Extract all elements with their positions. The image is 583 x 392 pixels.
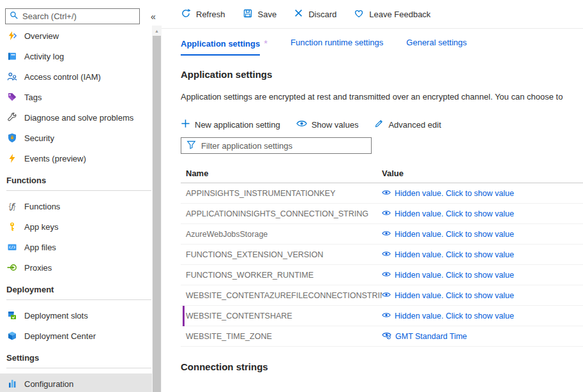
sidebar: « Overview Activity log Access control (… [0, 0, 152, 392]
table-row-modified: WEBSITE_CONTENTSHARE Hidden value. Click… [181, 306, 583, 326]
setting-name: WEBSITE_CONTENTAZUREFILECONNECTIONSTRING [181, 291, 382, 300]
save-button[interactable]: Save [243, 8, 277, 20]
hidden-value-link[interactable]: Hidden value. Click to show value [382, 271, 514, 280]
sidebar-item-label: Security [24, 133, 54, 143]
sidebar-search-box[interactable] [5, 8, 140, 24]
sidebar-item-configuration[interactable]: Configuration [0, 373, 152, 392]
eye-icon [296, 119, 307, 130]
save-label: Save [258, 10, 277, 19]
connection-strings-heading: Connection strings [181, 361, 583, 372]
deployment-slots-icon [6, 310, 17, 320]
sidebar-item-app-keys[interactable]: App keys [0, 216, 152, 237]
sidebar-item-label: Events (preview) [24, 154, 86, 163]
value-column-header: Value [382, 169, 583, 178]
show-values-button[interactable]: Show values [296, 119, 359, 130]
pencil-icon [374, 119, 384, 130]
filter-input[interactable] [201, 141, 366, 151]
cube-icon [6, 331, 17, 341]
leave-feedback-label: Leave Feedback [369, 10, 430, 19]
table-actions: New application setting Show values Adva… [181, 119, 583, 130]
setting-name: WEBSITE_TIME_ZONE [181, 332, 382, 341]
eye-icon [382, 271, 391, 280]
hidden-value-link[interactable]: Hidden value. Click to show value [382, 209, 514, 218]
scrollbar-thumb[interactable] [153, 36, 161, 392]
sidebar-section-functions: Functions [0, 169, 152, 186]
tag-icon [6, 92, 17, 102]
sidebar-item-functions[interactable]: {ƒ} Functions [0, 196, 152, 216]
sidebar-section-deployment: Deployment [0, 278, 152, 296]
sidebar-item-proxies[interactable]: Proxies [0, 257, 152, 278]
sidebar-item-deployment-center[interactable]: Deployment Center [0, 326, 152, 346]
application-settings-table: Name Value APPINSIGHTS_INSTRUMENTATIONKE… [181, 164, 583, 347]
sidebar-item-events[interactable]: Events (preview) [0, 148, 152, 169]
configuration-bars-icon [6, 379, 17, 389]
table-row: FUNCTIONS_WORKER_RUNTIME Hidden value. C… [181, 265, 583, 285]
new-application-setting-label: New application setting [195, 120, 280, 130]
table-row: APPLICATIONINSIGHTS_CONNECTION_STRING Hi… [181, 204, 583, 224]
heart-icon [354, 8, 364, 20]
tab-application-settings[interactable]: Application settings* [181, 38, 268, 56]
shield-icon [6, 133, 17, 143]
table-header: Name Value [181, 164, 583, 183]
hidden-value-link[interactable]: Hidden value. Click to show value [382, 250, 514, 259]
hidden-value-link[interactable]: Hidden value. Click to show value [382, 291, 514, 300]
sidebar-item-label: Proxies [24, 263, 52, 273]
unsaved-changes-marker: * [264, 38, 268, 49]
sidebar-item-activity-log[interactable]: Activity log [0, 46, 152, 66]
sidebar-item-access-control[interactable]: Access control (IAM) [0, 66, 152, 87]
hidden-value-link[interactable]: Hidden value. Click to show value [382, 189, 514, 198]
sidebar-item-overview[interactable]: Overview [0, 26, 152, 46]
show-values-label: Show values [312, 120, 359, 130]
hidden-value-link[interactable]: Hidden value. Click to show value [382, 230, 514, 239]
eye-icon [382, 250, 391, 259]
table-row: FUNCTIONS_EXTENSION_VERSION Hidden value… [181, 245, 583, 265]
setting-name: APPINSIGHTS_INSTRUMENTATIONKEY [181, 189, 382, 198]
sidebar-item-label: Access control (IAM) [24, 72, 101, 82]
search-input[interactable] [22, 11, 135, 21]
sidebar-item-security[interactable]: Security [0, 128, 152, 148]
scrollbar-up-arrow-icon[interactable]: ▲ [152, 26, 162, 36]
tab-general-settings[interactable]: General settings [406, 38, 467, 56]
wrench-icon [6, 112, 17, 123]
collapse-sidebar-button[interactable]: « [146, 9, 161, 24]
advanced-edit-button[interactable]: Advanced edit [374, 119, 441, 130]
overview-icon [6, 31, 17, 41]
sidebar-item-deployment-slots[interactable]: Deployment slots [0, 305, 152, 326]
settings-tabs: Application settings* Function runtime s… [162, 29, 583, 56]
filter-funnel-icon [186, 140, 196, 152]
hidden-value-link[interactable]: Hidden value. Click to show value [382, 312, 514, 320]
eye-icon [382, 291, 391, 300]
refresh-button[interactable]: Refresh [181, 8, 225, 20]
code-file-icon [6, 242, 17, 252]
people-icon [6, 72, 17, 82]
sidebar-item-label: Activity log [24, 52, 64, 61]
leave-feedback-button[interactable]: Leave Feedback [354, 8, 430, 20]
modified-setting-marker [183, 306, 185, 326]
sidebar-item-tags[interactable]: Tags [0, 87, 152, 107]
name-column-header: Name [181, 169, 382, 178]
eye-icon [382, 312, 391, 320]
sidebar-item-app-files[interactable]: App files [0, 237, 152, 257]
command-bar: Refresh Save Discard Leave Feedback [162, 0, 583, 29]
filter-application-settings-box[interactable] [181, 137, 372, 154]
table-row: WEBSITE_CONTENTAZUREFILECONNECTIONSTRING… [181, 285, 583, 306]
sidebar-item-label: Diagnose and solve problems [24, 113, 133, 123]
sidebar-item-label: Deployment Center [24, 331, 96, 341]
refresh-label: Refresh [196, 10, 225, 19]
divider [6, 190, 151, 191]
eye-icon [382, 230, 391, 239]
key-icon [6, 222, 17, 232]
timezone-value-link[interactable]: GMT Standard Time [382, 331, 467, 342]
discard-label: Discard [308, 10, 337, 19]
divider [6, 299, 151, 300]
advanced-edit-label: Advanced edit [388, 120, 441, 130]
divider [6, 368, 151, 368]
sidebar-item-diagnose[interactable]: Diagnose and solve problems [0, 107, 152, 128]
search-icon [10, 11, 19, 22]
new-application-setting-button[interactable]: New application setting [181, 119, 280, 130]
function-braces-icon: {ƒ} [6, 201, 17, 211]
discard-button[interactable]: Discard [294, 8, 337, 20]
tab-function-runtime-settings[interactable]: Function runtime settings [291, 38, 383, 56]
eye-off-icon [382, 331, 391, 342]
sidebar-scrollbar[interactable]: ▲ [152, 26, 162, 392]
